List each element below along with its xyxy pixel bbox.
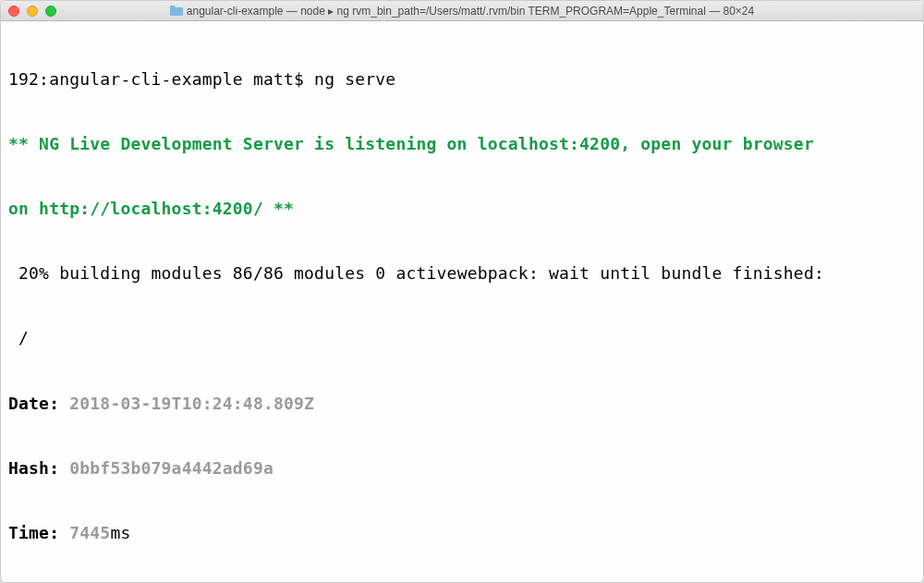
hash1-value: 0bbf53b079a4442ad69a [69,458,274,478]
command-text: ng serve [314,69,395,89]
folder-icon [170,6,183,16]
date1-value: 2018-03-19T10:24:48.809Z [69,394,314,413]
prompt: 192:angular-cli-example matt$ [8,69,314,89]
time1-label: Time: [8,523,69,542]
window-title-text: angular-cli-example — node ▸ ng rvm_bin_… [187,5,754,18]
time1-suffix: ms [110,523,130,542]
live-server-msg-1: ** NG Live Development Server is listeni… [8,134,824,153]
zoom-icon[interactable] [45,6,56,17]
window-title: angular-cli-example — node ▸ ng rvm_bin_… [8,5,916,18]
build-slash: / [8,328,29,347]
terminal-window: angular-cli-example — node ▸ ng rvm_bin_… [0,0,924,583]
date1-label: Date: [8,394,69,413]
hash1-label: Hash: [8,458,69,478]
titlebar: angular-cli-example — node ▸ ng rvm_bin_… [1,1,923,21]
terminal-body[interactable]: 192:angular-cli-example matt$ ng serve *… [1,21,923,582]
build-progress: 20% building modules 86/86 modules 0 act… [8,263,457,283]
build-wait: webpack: wait until bundle finished: [457,263,824,283]
close-icon[interactable] [8,6,19,17]
time1-value: 7445 [69,523,110,542]
traffic-lights [8,6,56,17]
live-server-msg-2: on http://localhost:4200/ ** [8,199,294,218]
minimize-icon[interactable] [27,6,38,17]
